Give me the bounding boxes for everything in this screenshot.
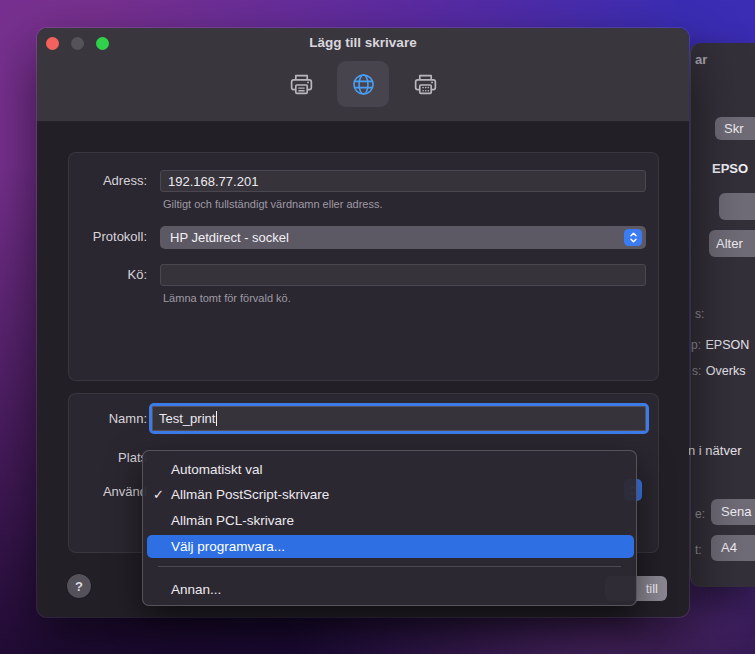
- protocol-label: Protokoll:: [37, 229, 147, 244]
- use-label: Använd: [37, 484, 147, 499]
- queue-input[interactable]: [160, 264, 646, 286]
- titlebar: Lägg till skrivare: [37, 28, 689, 122]
- menu-item-pcl[interactable]: Allmän PCL-skrivare: [143, 509, 636, 533]
- menu-item-postscript[interactable]: ✓ Allmän PostScript-skrivare: [143, 483, 636, 507]
- use-dropdown-menu: Automatiskt val ✓ Allmän PostScript-skri…: [142, 450, 637, 606]
- background-button-blank[interactable]: [719, 193, 755, 220]
- address-help-text: Giltigt och fullständigt värdnamn eller …: [163, 198, 383, 210]
- globe-icon: [350, 71, 377, 98]
- background-use-popup[interactable]: Sena: [711, 499, 755, 525]
- background-share-text: n i nätver: [688, 443, 741, 458]
- background-info-label: s:: [695, 307, 704, 321]
- printer-type-toolbar: [275, 61, 451, 107]
- tab-windows-printer[interactable]: [399, 61, 451, 107]
- queue-help-text: Lämna tomt för förvald kö.: [163, 292, 291, 304]
- protocol-popup[interactable]: HP Jetdirect - sockel: [160, 226, 646, 249]
- screen: ar Skr EPSO Alter s: p: EPSON s: Overks …: [0, 0, 755, 654]
- name-input[interactable]: Test_print: [149, 403, 649, 434]
- menu-item-other[interactable]: Annan...: [143, 578, 636, 602]
- address-input[interactable]: [160, 170, 646, 192]
- popup-chevron-icon: [624, 229, 642, 246]
- address-label: Adress:: [37, 173, 147, 188]
- background-type-row: p: EPSON: [691, 335, 749, 353]
- menu-item-select-software[interactable]: Välj programvara...: [147, 535, 634, 558]
- background-status-row: s: Overks: [692, 361, 745, 379]
- background-paper-popup[interactable]: A4: [711, 535, 755, 561]
- fax-printer-icon: [412, 71, 439, 98]
- location-label: Plats: [37, 450, 147, 465]
- tab-default-printer[interactable]: [275, 61, 327, 107]
- menu-item-automatic[interactable]: Automatiskt val: [143, 458, 636, 482]
- name-label: Namn:: [37, 411, 147, 426]
- menu-separator: [158, 566, 621, 567]
- background-use-label: e:: [695, 507, 705, 521]
- window-title: Lägg till skrivare: [37, 35, 689, 50]
- background-window-title: ar: [695, 52, 707, 67]
- text-caret: [216, 411, 217, 426]
- tab-ip-printer[interactable]: [337, 61, 389, 107]
- background-options-button[interactable]: Alter: [709, 230, 755, 257]
- default-printer-icon: [288, 71, 315, 98]
- help-button[interactable]: ?: [67, 574, 91, 598]
- background-printer-window: ar Skr EPSO Alter s: p: EPSON s: Overks …: [690, 43, 755, 587]
- background-printer-name: EPSO: [712, 161, 748, 176]
- background-paper-label: t:: [695, 543, 702, 557]
- queue-label: Kö:: [37, 267, 147, 282]
- checkmark-icon: ✓: [153, 483, 164, 507]
- background-tab-skrivare[interactable]: Skr: [715, 117, 755, 140]
